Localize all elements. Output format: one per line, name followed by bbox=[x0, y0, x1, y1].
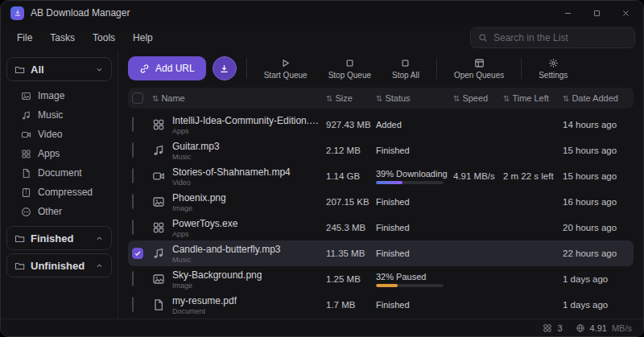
quick-download-button[interactable] bbox=[213, 56, 237, 80]
table-header: Name Size Status Speed Time Left Date Ad… bbox=[128, 88, 634, 109]
file-type: Music bbox=[172, 256, 281, 264]
stop-queue-button[interactable]: Stop Queue bbox=[321, 56, 378, 81]
search-box[interactable] bbox=[470, 27, 635, 48]
sidebar-item-label: Music bbox=[38, 109, 63, 121]
file-type: Apps bbox=[172, 230, 237, 238]
sidebar-item-image[interactable]: Image bbox=[14, 86, 112, 105]
menu-file[interactable]: File bbox=[9, 29, 40, 47]
start-queue-label: Start Queue bbox=[264, 71, 308, 80]
column-header-time-left[interactable]: Time Left bbox=[503, 93, 563, 103]
table-row[interactable]: Phoenix.pngImage 207.15 KB Finished 16 h… bbox=[128, 189, 634, 215]
title-bar: AB Download Manager bbox=[1, 1, 643, 25]
status-text: Finished bbox=[376, 249, 453, 258]
status-text: 39% Downloading bbox=[376, 169, 453, 179]
row-checkbox[interactable] bbox=[132, 271, 134, 286]
close-button[interactable] bbox=[611, 2, 640, 23]
table-row[interactable]: Guitar.mp3Music 2.12 MB Finished 15 hour… bbox=[128, 138, 634, 163]
status-text: Finished bbox=[376, 223, 453, 232]
sort-icon bbox=[152, 93, 159, 103]
date-added: 1 days ago bbox=[563, 300, 634, 310]
sidebar-section-label: Finished bbox=[31, 232, 73, 245]
date-added: 22 hours ago bbox=[563, 249, 634, 258]
sidebar-item-label: Other bbox=[38, 206, 62, 217]
sort-icon bbox=[326, 93, 332, 103]
file-type: Video bbox=[172, 179, 291, 187]
sidebar-item-video[interactable]: Video bbox=[14, 125, 112, 144]
speed: 4.91 MB/s bbox=[453, 171, 503, 181]
link-icon bbox=[139, 64, 150, 74]
folder-icon bbox=[14, 261, 25, 271]
image-icon bbox=[152, 273, 165, 286]
menu-tasks[interactable]: Tasks bbox=[42, 29, 83, 47]
select-all-checkbox[interactable] bbox=[132, 92, 143, 104]
progress-bar bbox=[376, 284, 444, 287]
column-header-date-added[interactable]: Date Added bbox=[563, 93, 634, 103]
row-checkbox[interactable] bbox=[132, 168, 134, 183]
column-header-status[interactable]: Status bbox=[376, 93, 453, 103]
folder-icon bbox=[14, 64, 25, 75]
download-icon bbox=[219, 64, 229, 74]
menu-help[interactable]: Help bbox=[125, 29, 161, 47]
video-icon bbox=[152, 170, 165, 183]
file-type: Image bbox=[172, 282, 262, 290]
sidebar-section-finished[interactable]: Finished bbox=[6, 226, 112, 250]
table-row[interactable]: Sky-Background.pngImage 1.25 MB 32% Paus… bbox=[128, 266, 634, 292]
music-icon bbox=[152, 144, 165, 157]
table-row[interactable]: my-resume.pdfDocument 1.7 MB Finished 1 … bbox=[128, 292, 634, 318]
date-added: 1 days ago bbox=[563, 274, 634, 284]
table-row[interactable]: Stories-of-Shahnameh.mp4Video 1.14 GB 39… bbox=[128, 163, 634, 189]
toolbar: Add URL Start Queue Stop Queue Stop All bbox=[118, 51, 643, 86]
stop-icon bbox=[345, 58, 355, 68]
maximize-button[interactable] bbox=[582, 2, 611, 23]
sidebar-item-document[interactable]: Document bbox=[14, 163, 112, 183]
check-icon bbox=[134, 249, 142, 257]
file-size: 11.35 MB bbox=[326, 249, 376, 258]
download-count-value: 3 bbox=[557, 323, 562, 333]
file-size: 1.14 GB bbox=[326, 171, 376, 181]
sidebar-section-unfinished[interactable]: Unfinished bbox=[6, 253, 112, 277]
add-url-button[interactable]: Add URL bbox=[128, 56, 206, 80]
row-checkbox-checked[interactable] bbox=[132, 248, 143, 259]
minimize-button[interactable] bbox=[553, 2, 582, 23]
file-size: 927.43 MB bbox=[326, 120, 376, 129]
sidebar: All Image Music Video Apps bbox=[1, 51, 118, 319]
chevron-up-icon bbox=[95, 234, 104, 243]
table-row-selected[interactable]: Candle-and-butterfly.mp3Music 11.35 MB F… bbox=[128, 240, 634, 266]
sidebar-item-other[interactable]: Other bbox=[14, 202, 112, 221]
archive-icon bbox=[21, 187, 31, 198]
file-size: 245.3 MB bbox=[326, 223, 376, 232]
menu-bar: File Tasks Tools Help bbox=[1, 25, 643, 51]
row-checkbox[interactable] bbox=[132, 220, 134, 235]
sidebar-item-music[interactable]: Music bbox=[14, 105, 112, 125]
start-queue-button[interactable]: Start Queue bbox=[257, 56, 315, 81]
document-icon bbox=[21, 168, 31, 179]
maximize-icon bbox=[592, 9, 601, 18]
sidebar-item-label: Document bbox=[38, 167, 82, 179]
row-checkbox[interactable] bbox=[132, 297, 134, 312]
global-speed-unit: MB/s bbox=[612, 323, 632, 333]
sidebar-section-all[interactable]: All bbox=[6, 57, 112, 81]
settings-label: Settings bbox=[539, 71, 568, 80]
open-queues-button[interactable]: Open Queues bbox=[447, 56, 511, 81]
music-icon bbox=[152, 247, 165, 260]
sidebar-section-label: All bbox=[31, 64, 44, 76]
column-header-name[interactable]: Name bbox=[152, 93, 326, 103]
image-icon bbox=[152, 195, 165, 208]
settings-button[interactable]: Settings bbox=[531, 56, 575, 81]
file-name: Candle-and-butterfly.mp3 bbox=[172, 244, 281, 255]
table-row[interactable]: PowerToys.exeApps 245.3 MB Finished 20 h… bbox=[128, 215, 634, 240]
status-text: Finished bbox=[376, 300, 453, 310]
column-header-speed[interactable]: Speed bbox=[453, 93, 503, 103]
sidebar-item-compressed[interactable]: Compressed bbox=[14, 183, 112, 202]
folder-icon bbox=[14, 233, 25, 244]
menu-tools[interactable]: Tools bbox=[85, 29, 123, 47]
search-input[interactable] bbox=[493, 32, 627, 43]
sidebar-item-apps[interactable]: Apps bbox=[14, 144, 112, 163]
row-checkbox[interactable] bbox=[132, 142, 134, 158]
stop-all-button[interactable]: Stop All bbox=[385, 56, 427, 81]
row-checkbox[interactable] bbox=[132, 194, 134, 209]
search-icon bbox=[478, 33, 488, 43]
table-row[interactable]: IntelliJ-Idea-Community-Edition.exeApps … bbox=[128, 112, 634, 138]
column-header-size[interactable]: Size bbox=[326, 93, 376, 103]
row-checkbox[interactable] bbox=[132, 117, 134, 132]
